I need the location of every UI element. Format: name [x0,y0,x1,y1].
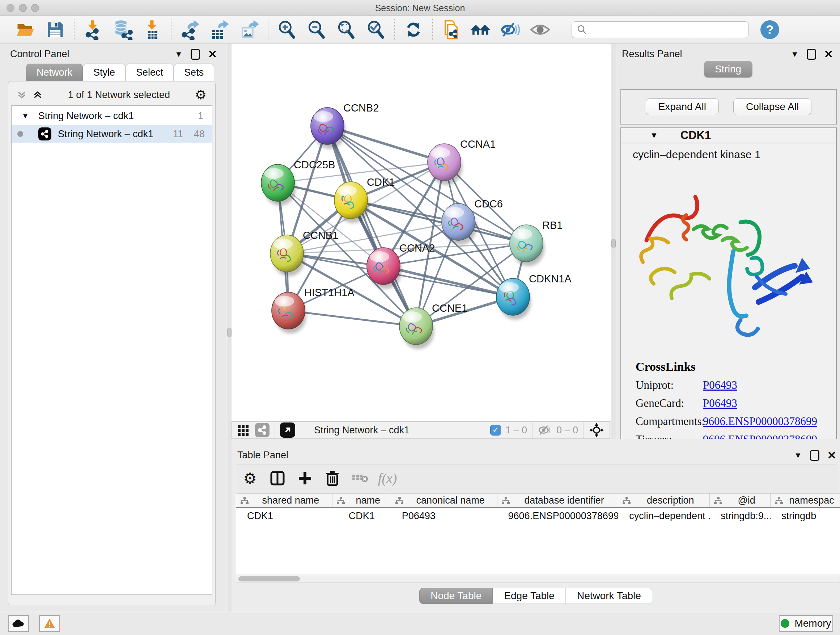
gene-entry-header[interactable]: ▼ CDK1 [621,128,836,143]
add-column-icon[interactable] [294,467,317,489]
import-table-file-icon[interactable] [141,19,164,40]
network-row[interactable]: String Network – cdk1 11 48 [11,125,212,143]
eye-slash-icon[interactable] [499,19,523,40]
table-panel-float-icon[interactable] [810,450,819,461]
column-header-database-identifier[interactable]: database identifier [497,494,619,507]
show-columns-icon[interactable] [266,467,289,489]
collection-disclosure-icon[interactable]: ▼ [22,112,29,120]
refresh-icon[interactable] [401,19,425,40]
tab-style[interactable]: Style [83,64,126,81]
network-options-gear-icon[interactable]: ⚙ [195,87,207,103]
export-table-icon[interactable] [208,19,232,40]
gene-disclosure-icon[interactable]: ▼ [650,131,658,140]
network-node-HIST1H1A[interactable]: HIST1H1A [272,287,355,333]
network-state-dot-icon [17,131,23,137]
network-collection-row[interactable]: ▼ String Network – cdk1 1 [11,107,212,125]
column-header-name[interactable]: name [332,494,391,507]
table-options-gear-icon[interactable]: ⚙ [238,467,262,489]
node-label-CCNE1: CCNE1 [432,302,467,314]
zoom-out-icon[interactable] [305,19,328,40]
pan-crosshair-icon[interactable] [589,422,605,438]
delete-column-icon[interactable] [321,467,344,489]
results-panel-float-icon[interactable] [807,49,816,60]
network-node-CDK1[interactable]: CDK1 [334,176,395,223]
control-panel-close-icon[interactable]: ✕ [208,48,217,60]
memory-button[interactable]: Memory [779,615,833,632]
network-node-CCNA2[interactable]: CCNA2 [367,242,435,289]
table-hscrollbar-thumb[interactable] [238,576,300,581]
column-header-description[interactable]: description [618,494,710,507]
table-cell[interactable]: cyclin–dependent ... [618,508,710,524]
collapse-all-button[interactable]: Collapse All [733,98,812,115]
export-network-icon[interactable] [178,19,202,40]
tab-network[interactable]: Network [26,64,83,81]
left-splitter-handle[interactable] [227,328,232,337]
edge-HIST1H1A-CCNE1[interactable] [288,310,416,326]
column-header-canonical-name[interactable]: canonical name [391,494,497,507]
maximize-view-icon[interactable] [280,423,295,438]
help-button[interactable]: ? [760,20,779,39]
minimize-window-button[interactable] [19,4,27,12]
table-panel-menu-icon[interactable]: ▼ [794,451,802,460]
warnings-button[interactable] [39,615,60,632]
crosslink-uniprot-link[interactable]: P06493 [703,379,737,392]
birdseye-grid-icon[interactable] [237,424,250,437]
results-panel-menu-icon[interactable]: ▼ [791,50,799,59]
tab-edge-table[interactable]: Edge Table [493,588,566,604]
duplicate-network-icon[interactable] [439,19,463,40]
home-icon[interactable] [469,19,493,40]
table-cell[interactable]: 9606.ENSP00000378699 [497,508,619,524]
control-panel-menu-icon[interactable]: ▼ [175,50,183,59]
table-panel-close-icon[interactable]: ✕ [827,449,836,462]
eye-icon[interactable] [528,19,552,40]
tab-sets[interactable]: Sets [174,64,214,81]
network-view[interactable]: CCNB2CCNA1CDC25BCDK1CDC6RB1CCNB1CCNA2CDK… [232,44,611,421]
save-session-icon[interactable] [43,19,67,40]
column-header-shared-name[interactable]: shared name [236,494,332,507]
network-node-CDKN1A[interactable]: CDKN1A [496,273,572,320]
column-header-namespac[interactable]: namespac [771,494,840,507]
table-cell[interactable]: stringdb [771,508,840,524]
left-splitter[interactable] [227,43,232,612]
open-session-icon[interactable] [14,19,38,40]
network-node-CDC6[interactable]: CDC6 [442,198,503,245]
export-image-icon[interactable] [237,19,261,40]
network-node-CCNA1[interactable]: CCNA1 [428,138,496,185]
control-panel-float-icon[interactable] [191,49,200,60]
table-cell[interactable]: CDK1 [332,508,391,524]
selected-checkbox-icon[interactable]: ✓ [490,424,501,435]
right-splitter-handle[interactable] [611,239,616,249]
network-overview-icon[interactable] [255,423,270,437]
results-panel-close-icon[interactable]: ✕ [824,48,833,60]
table-cell[interactable]: stringdb:9... [710,508,771,524]
table-hscrollbar[interactable] [236,575,840,583]
crosslink-compartments-link[interactable]: 9606.ENSP00000378699 [703,415,817,428]
search-input[interactable] [587,24,739,35]
column-header--id[interactable]: @id [710,494,771,507]
network-node-CCNE1[interactable]: CCNE1 [399,302,467,349]
column-type-icon [714,496,723,504]
import-network-file-icon[interactable] [81,19,105,40]
zoom-in-icon[interactable] [275,19,299,40]
expand-all-button[interactable]: Expand All [646,98,719,115]
zoom-window-button[interactable] [31,4,39,12]
close-window-button[interactable] [6,4,14,12]
tab-select[interactable]: Select [126,64,174,81]
zoom-selected-icon[interactable] [364,19,388,40]
tab-network-table[interactable]: Network Table [566,588,652,604]
expand-all-icon[interactable] [32,89,43,100]
tab-string[interactable]: String [704,61,752,78]
control-panel-tabs: NetworkStyleSelectSets [26,64,214,81]
table-cell[interactable]: P06493 [391,508,497,524]
tab-node-table[interactable]: Node Table [419,588,493,604]
collapse-all-icon[interactable] [16,89,27,100]
network-node-RB1[interactable]: RB1 [510,219,562,266]
search-field[interactable] [572,21,749,38]
table-cell[interactable]: CDK1 [236,508,332,524]
cloud-button[interactable] [8,615,29,632]
window-title: Session: New Session [0,0,840,16]
crosslink-genecard-link[interactable]: P06493 [703,397,737,410]
import-network-database-icon[interactable] [111,19,134,40]
right-splitter[interactable] [611,43,616,439]
zoom-fit-icon[interactable] [334,19,358,40]
